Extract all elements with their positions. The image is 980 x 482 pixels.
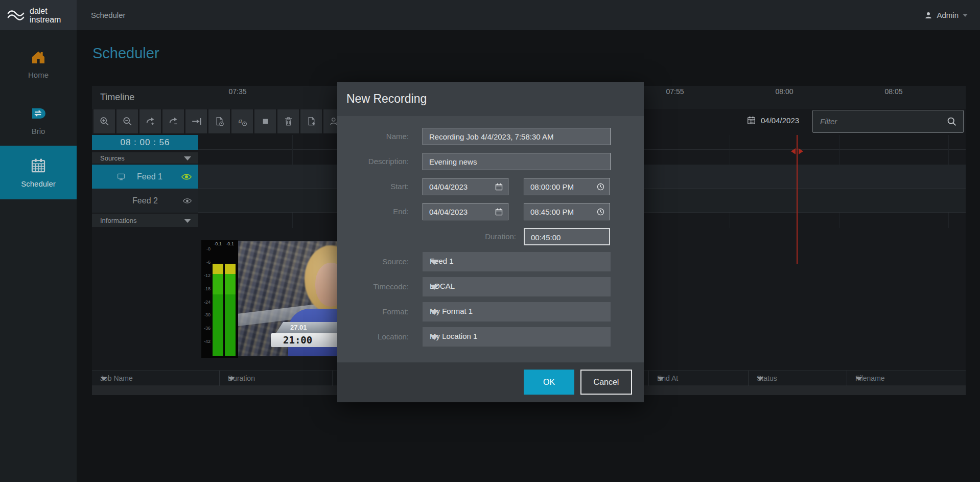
- redo-add-button[interactable]: [139, 109, 161, 133]
- sort-triangle-icon[interactable]: [228, 377, 235, 381]
- sort-triangle-icon[interactable]: [100, 377, 107, 381]
- meter-scale: -0: [201, 246, 211, 251]
- trash-icon: [283, 116, 294, 127]
- stop-icon: [260, 116, 271, 127]
- format-label: Format:: [337, 307, 409, 316]
- new-file-job-button[interactable]: [208, 109, 230, 133]
- app-window: dalet instream Scheduler Admin Home: [0, 0, 980, 482]
- start-date-field: [423, 178, 508, 195]
- redo-remove-icon: [168, 116, 179, 127]
- end-date-field: [423, 203, 508, 220]
- top-bar: dalet instream Scheduler Admin: [0, 0, 980, 30]
- source-label: Source:: [337, 257, 409, 266]
- column-duration[interactable]: Duration: [220, 371, 333, 386]
- calendar-icon[interactable]: [495, 182, 503, 191]
- file-plus-icon: [306, 116, 317, 127]
- zoom-out-button[interactable]: [116, 109, 138, 133]
- meter-scale: -42: [201, 339, 211, 344]
- sources-group-row[interactable]: Sources: [92, 152, 198, 164]
- app-title: Scheduler: [91, 0, 126, 30]
- column-filename[interactable]: Filename: [847, 371, 966, 386]
- ruler-tick: 07:35: [228, 87, 246, 96]
- audio-meters: -0.1 -0.1 -0 -6 -12 -18 -24 -30 -36 -42: [201, 240, 238, 358]
- feed2-row[interactable]: Feed 2: [92, 189, 198, 213]
- sources-label: Sources: [100, 154, 125, 162]
- start-time-input[interactable]: [530, 178, 595, 195]
- playhead-left-arrow-icon[interactable]: [791, 148, 796, 154]
- redo-add-icon: [145, 116, 156, 127]
- search-icon: [946, 116, 957, 127]
- description-field: [423, 153, 611, 170]
- clock-icon[interactable]: [596, 182, 605, 191]
- meter-scale: -36: [201, 326, 211, 331]
- sidebar-item-label: Home: [28, 71, 49, 79]
- collapse-triangle-icon[interactable]: [184, 156, 191, 160]
- redo-remove-button[interactable]: [162, 109, 184, 133]
- calendar-icon[interactable]: [495, 208, 503, 216]
- add-file-button[interactable]: [300, 109, 322, 133]
- delete-button[interactable]: [277, 109, 299, 133]
- go-to-playhead-button[interactable]: [185, 109, 207, 133]
- location-label: Location:: [337, 332, 409, 341]
- description-input[interactable]: [429, 153, 606, 170]
- user-menu[interactable]: Admin: [924, 0, 968, 30]
- source-select[interactable]: Feed 1: [423, 252, 611, 271]
- calendar-icon: [746, 116, 756, 125]
- page-title: Scheduler: [92, 45, 159, 62]
- sidebar-item-brio[interactable]: Brio: [0, 97, 77, 144]
- logo-text: dalet instream: [30, 7, 61, 24]
- name-input[interactable]: [429, 128, 606, 145]
- sort-triangle-icon[interactable]: [757, 377, 764, 381]
- playhead-right-arrow-icon[interactable]: [799, 148, 803, 154]
- informations-group-row[interactable]: Informations: [92, 214, 198, 227]
- svg-text:a: a: [238, 117, 242, 125]
- dialog-footer: OK Cancel: [337, 362, 644, 402]
- filter-input[interactable]: [820, 110, 938, 132]
- ok-button[interactable]: OK: [524, 370, 574, 395]
- duration-input[interactable]: [531, 229, 605, 245]
- column-end-at[interactable]: End At: [649, 371, 749, 386]
- timecode-select[interactable]: LOCAL: [423, 277, 611, 296]
- collapse-triangle-icon[interactable]: [184, 219, 191, 223]
- meter-scale: -6: [201, 260, 211, 265]
- start-time-field: [524, 178, 610, 195]
- format-select[interactable]: My Format 1: [423, 302, 611, 322]
- duration-label: Duration:: [445, 232, 516, 241]
- name-label: Name:: [337, 132, 409, 141]
- sort-triangle-icon[interactable]: [657, 377, 664, 381]
- end-label: End:: [337, 207, 409, 216]
- location-select[interactable]: My Location 1: [423, 327, 611, 347]
- timeline-date-picker[interactable]: 04/04/2023: [746, 116, 799, 125]
- sort-triangle-icon[interactable]: [855, 377, 862, 381]
- dalet-instream-logo: dalet instream: [0, 0, 77, 30]
- zoom-in-button[interactable]: [94, 109, 115, 133]
- end-date-input[interactable]: [429, 203, 494, 220]
- description-label: Description:: [337, 157, 409, 166]
- clock-icon[interactable]: [596, 208, 605, 216]
- end-time-input[interactable]: [530, 203, 595, 220]
- sidebar-item-scheduler[interactable]: Scheduler: [0, 146, 77, 199]
- logo-line1: dalet: [30, 7, 61, 15]
- meter-scale: -24: [201, 300, 211, 305]
- cancel-button[interactable]: Cancel: [580, 370, 632, 395]
- sidebar-item-home[interactable]: Home: [0, 40, 77, 87]
- ruler-tick: 08:00: [775, 87, 793, 96]
- duration-field: [524, 228, 610, 245]
- start-label: Start:: [337, 182, 409, 191]
- user-name: Admin: [937, 11, 959, 19]
- eye-visible-icon[interactable]: [181, 172, 192, 181]
- playhead-line[interactable]: [797, 135, 798, 264]
- dropdown-triangle-icon: [430, 285, 439, 290]
- broadcast-date: 27.01: [290, 324, 307, 331]
- feed1-row[interactable]: Feed 1: [92, 165, 198, 189]
- column-job-name[interactable]: Job Name: [92, 371, 220, 386]
- home-icon: [30, 49, 47, 65]
- new-text-job-button[interactable]: a: [231, 109, 253, 133]
- calendar-icon: [29, 157, 48, 174]
- meter-scale: -12: [201, 273, 211, 278]
- eye-icon[interactable]: [182, 197, 192, 204]
- stop-button[interactable]: [254, 109, 276, 133]
- column-status[interactable]: Status: [749, 371, 847, 386]
- file-clock-icon: [214, 116, 225, 127]
- start-date-input[interactable]: [429, 178, 494, 195]
